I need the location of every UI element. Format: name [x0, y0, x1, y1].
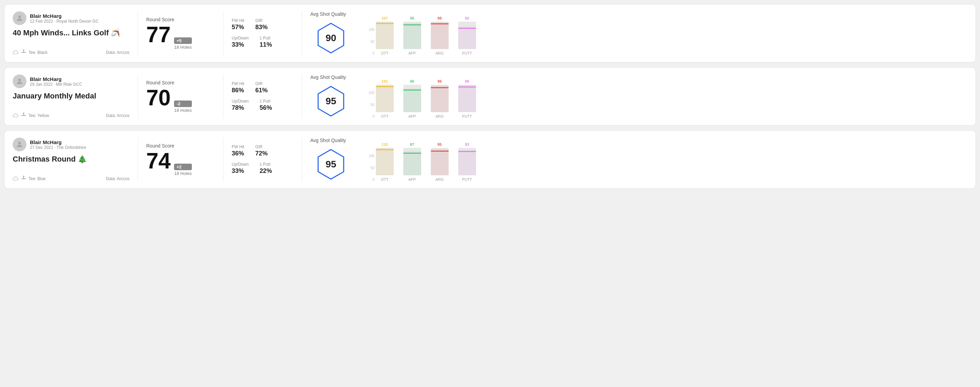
score-diff-badge: -2 [174, 100, 191, 107]
bar-line-ott [376, 23, 394, 24]
bar-value-putt: 99 [465, 79, 469, 83]
chart-section: 100 50 0 107 OTT 95 APP [365, 11, 967, 55]
gir-value: 72% [255, 150, 268, 157]
quality-label: Avg Shot Quality [310, 75, 346, 80]
round-score-label: Round Score [146, 143, 215, 149]
divider-left [138, 138, 138, 181]
quality-section: Avg Shot Quality 90 [310, 11, 365, 55]
stat-up-down: Up/Down 33% [232, 36, 248, 48]
stats-section: FW Hit 57% GIR 83% Up/Down 33% 1 Putt 11… [232, 11, 293, 55]
bar-fill-putt [458, 150, 476, 175]
quality-number: 95 [325, 159, 336, 170]
bar-group-arg: 96 ARG [431, 79, 449, 118]
fw-hit-label: FW Hit [232, 18, 244, 23]
bar-value-app: 95 [410, 16, 414, 20]
divider-right [302, 11, 302, 55]
one-putt-label: 1 Putt [259, 99, 272, 104]
data-source: Data: Arccos [106, 176, 129, 181]
user-info: Blair McHarg 27 Dec 2021 · The Oxfordshi… [13, 138, 129, 151]
bar-group-arg: 95 ARG [431, 143, 449, 181]
left-section: Blair McHarg 27 Dec 2021 · The Oxfordshi… [13, 138, 129, 181]
bar-fill-arg [431, 86, 449, 112]
bar-line-arg [431, 87, 449, 88]
round-score-label: Round Score [146, 17, 215, 22]
round-card-3: Blair McHarg 27 Dec 2021 · The Oxfordshi… [4, 130, 976, 189]
footer-info: Tee: Blue Data: Arccos [13, 176, 129, 181]
bar-label-arg: ARG [436, 114, 444, 118]
bar-group-putt: 82 PUTT [458, 16, 476, 55]
bar-label-app: APP [409, 114, 416, 118]
avatar [13, 11, 26, 25]
stat-up-down: Up/Down 78% [232, 99, 248, 111]
bar-value-app: 87 [410, 143, 414, 146]
chart-section: 100 50 0 101 OTT 86 APP [365, 75, 967, 118]
bar-label-arg: ARG [436, 51, 444, 55]
svg-point-3 [23, 49, 24, 51]
score-badge-wrap: +5 18 Holes [174, 37, 191, 50]
round-card-2: Blair McHarg 29 Jan 2022 · Mill Ride GCC… [4, 67, 976, 125]
bar-label-ott: OTT [381, 178, 388, 181]
data-source: Data: Arccos [106, 113, 129, 118]
score-diff-badge: +2 [174, 163, 191, 170]
bar-fill-putt [458, 85, 476, 112]
stat-gir: GIR 72% [255, 144, 268, 157]
tee-info: Tee: Black [13, 49, 48, 55]
up-down-value: 78% [232, 104, 248, 111]
score-section: Round Score 74 +2 18 Holes [146, 138, 215, 181]
one-putt-label: 1 Putt [259, 36, 272, 40]
user-info: Blair McHarg 12 Feb 2022 · Royal North D… [13, 11, 129, 25]
bar-label-arg: ARG [436, 178, 444, 181]
bar-fill-ott [376, 85, 394, 112]
up-down-label: Up/Down [232, 36, 248, 40]
up-down-value: 33% [232, 41, 248, 48]
quality-number: 95 [325, 96, 336, 107]
bar-group-ott: 101 OTT [376, 79, 394, 118]
tee-label: Tee: Blue [29, 176, 46, 181]
bar-line-arg [431, 23, 449, 24]
bar-label-putt: PUTT [462, 114, 472, 118]
score-number: 70 [146, 87, 170, 109]
bar-value-ott: 107 [382, 16, 388, 20]
tee-icon [21, 176, 26, 181]
svg-point-8 [18, 142, 21, 144]
quality-number: 90 [325, 33, 336, 44]
one-putt-value: 22% [259, 167, 272, 174]
bar-label-ott: OTT [381, 51, 388, 55]
avatar [13, 138, 26, 151]
holes-text: 18 Holes [174, 108, 191, 113]
bar-line-ott [376, 149, 394, 150]
bar-fill-app [403, 151, 421, 175]
bar-value-arg: 96 [438, 79, 442, 83]
bar-container-ott [376, 148, 394, 175]
bar-group-putt: 99 PUTT [458, 79, 476, 118]
bar-container-putt [458, 85, 476, 112]
bar-container-app [403, 22, 421, 49]
bar-group-app: 86 APP [403, 79, 421, 118]
round-score-label: Round Score [146, 80, 215, 86]
bar-container-app [403, 148, 421, 175]
bar-value-putt: 82 [465, 16, 469, 20]
tee-icon [21, 49, 26, 55]
bar-group-arg: 98 ARG [431, 16, 449, 55]
bar-fill-arg [431, 149, 449, 175]
gir-value: 61% [255, 87, 268, 94]
round-title: Christmas Round 🎄 [13, 155, 129, 163]
footer-info: Tee: Black Data: Arccos [13, 49, 129, 55]
divider-mid [223, 138, 223, 181]
bar-label-ott: OTT [381, 114, 388, 118]
bar-container-arg [431, 22, 449, 49]
divider-right [302, 138, 302, 181]
bar-label-app: APP [409, 178, 416, 181]
bar-group-ott: 110 OTT [376, 143, 394, 181]
stats-row-top: FW Hit 57% GIR 83% [232, 18, 293, 31]
gir-value: 83% [255, 24, 268, 31]
score-badge-wrap: -2 18 Holes [174, 100, 191, 113]
divider-mid [223, 75, 223, 118]
fw-hit-value: 36% [232, 150, 244, 157]
bar-label-putt: PUTT [462, 178, 472, 181]
round-title: 40 Mph Winds... Links Golf 🪃 [13, 29, 129, 37]
weather-icon [13, 176, 19, 181]
svg-point-11 [23, 176, 24, 177]
bar-group-app: 95 APP [403, 16, 421, 55]
up-down-value: 33% [232, 167, 248, 174]
